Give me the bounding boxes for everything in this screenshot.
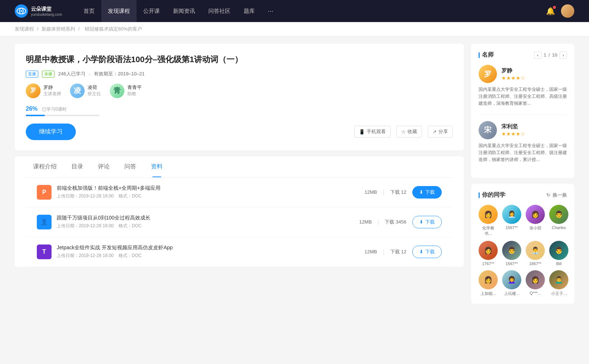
logo[interactable]: 云朵课堂 yunduoketang.com [15, 4, 62, 18]
teacher-2: 凌 凌荷 班主任 [70, 83, 101, 98]
classmate-6[interactable]: 👨 1567** [502, 241, 521, 266]
classmate-4-name: Charles [552, 225, 566, 230]
resource-right-2: 12MB | 下载 3456 ⬇ 下载 [359, 216, 442, 228]
resource-size-1: 12MB [364, 189, 377, 195]
share-button[interactable]: ↗ 分享 [428, 126, 453, 138]
logo-url: yunduoketang.com [31, 13, 62, 17]
classmate-3[interactable]: 👩 张小田 [526, 205, 545, 236]
phone-watch-button[interactable]: 📱 手机观看 [354, 126, 391, 138]
nav-discover[interactable]: 发现课程 [101, 0, 137, 22]
continue-button[interactable]: 继续学习 [26, 124, 76, 140]
collect-button[interactable]: ☆ 收藏 [396, 126, 422, 138]
bell-icon[interactable]: 🔔 [546, 7, 555, 15]
famous-teacher-1-name: 罗静 [501, 67, 567, 74]
tab-resources[interactable]: 资料 [144, 156, 170, 177]
progress-sub: 已学习0课时 [42, 107, 67, 112]
classmate-9[interactable]: 👩 上加能... [479, 270, 498, 296]
famous-teacher-2-avatar: 宋 [479, 121, 497, 139]
classmate-10-name: 上玩楼... [504, 291, 519, 296]
teacher-1-role: 主讲老师 [43, 91, 61, 97]
classmate-8-avatar: 👨 [549, 241, 568, 260]
classmate-12-name: 小王子... [551, 291, 567, 296]
classmate-11[interactable]: 👩 Q***... [526, 270, 545, 296]
resource-icon-3: T [37, 245, 52, 259]
classmate-1[interactable]: 👩 化学教书... [479, 205, 498, 236]
meta-dot: · [89, 71, 91, 77]
progress-pct: 26% [26, 106, 38, 112]
resource-size-2: 12MB [359, 219, 372, 225]
classmate-10[interactable]: 👩‍🦱 上玩楼... [502, 270, 521, 296]
page-total: 10 [552, 52, 557, 58]
resource-icon-2: 👤 [37, 215, 52, 229]
logo-name: 云朵课堂 [31, 6, 62, 13]
nav-qa[interactable]: 问答社区 [202, 0, 237, 22]
classmate-5[interactable]: 👩 1767** [479, 241, 498, 266]
main-nav: 首页 发现课程 公开课 新闻资讯 问答社区 题库 ··· [77, 0, 546, 22]
famous-teacher-2-stars: ★★★★☆ [501, 131, 567, 137]
breadcrumb-discover[interactable]: 发现课程 [15, 26, 34, 32]
tab-review[interactable]: 评论 [91, 156, 117, 177]
next-page-button[interactable]: › [560, 51, 567, 59]
teacher-divider [479, 115, 567, 115]
classmate-11-name: Q***... [530, 291, 541, 295]
nav-home[interactable]: 首页 [77, 0, 101, 22]
header: 云朵课堂 yunduoketang.com 首页 发现课程 公开课 新闻资讯 问… [0, 0, 589, 22]
classmate-10-avatar: 👩‍🦱 [502, 270, 521, 289]
resource-right-1: 12MB | 下载 12 ⬇ 下载 [364, 186, 442, 199]
teacher-3-avatar: 青 [110, 83, 124, 98]
nav-quiz[interactable]: 题库 [237, 0, 261, 22]
course-tabs: 课程介绍 目录 评论 问答 资料 [26, 156, 453, 178]
tab-qa[interactable]: 问答 [117, 156, 144, 177]
course-meta: 直播 录播 246人已学习 · 有效期至：2019–10–21 [26, 71, 453, 78]
classmate-8[interactable]: 👨 Bill [549, 241, 568, 266]
classmate-12[interactable]: 👨‍🦱 小王子... [549, 270, 568, 296]
course-actions: 继续学习 📱 手机观看 ☆ 收藏 ↗ 分享 [26, 124, 453, 140]
page-current: 1 [544, 52, 546, 58]
breadcrumb-series[interactable]: 新媒体营销系列 [42, 26, 75, 32]
tabs-card: 课程介绍 目录 评论 问答 资料 P 前端全栈加强版！前端全栈+全周期+多端应用… [15, 156, 464, 267]
classmate-7[interactable]: 👨‍💼 1867** [526, 241, 545, 266]
classmate-4-avatar: 👨 [549, 205, 568, 224]
badge-record: 录播 [42, 71, 54, 78]
teacher-3-name: 青青平 [127, 84, 142, 91]
breadcrumb-current: 销冠修炼术搞定80%的客户 [85, 26, 142, 32]
classmate-2-avatar: 👩‍💼 [502, 205, 521, 224]
pagination: ‹ 1 / 10 › [534, 51, 567, 59]
download-button-1[interactable]: ⬇ 下载 [412, 186, 442, 199]
classmate-5-avatar: 👩 [479, 241, 498, 260]
tab-catalog[interactable]: 目录 [64, 156, 91, 177]
resource-right-3: 12MB | 下载 12 ⬇ 下载 [364, 246, 442, 258]
download-label-2: 下载 [425, 219, 435, 225]
famous-teacher-1-stars: ★★★★☆ [501, 75, 567, 81]
download-icon-1: ⬇ [419, 189, 423, 195]
classmates-refresh[interactable]: ↻ 换一换 [546, 192, 567, 199]
download-icon-2: ⬇ [419, 219, 423, 225]
nav-more[interactable]: ··· [261, 0, 280, 22]
action-buttons: 📱 手机观看 ☆ 收藏 ↗ 分享 [354, 126, 453, 138]
classmate-2[interactable]: 👩‍💼 1567** [502, 205, 521, 236]
nav-open[interactable]: 公开课 [137, 0, 166, 22]
classmate-7-name: 1867** [529, 261, 541, 266]
prev-page-button[interactable]: ‹ [534, 51, 542, 59]
famous-teacher-2-name: 宋利坚 [501, 123, 567, 130]
tab-intro[interactable]: 课程介绍 [26, 156, 64, 177]
progress-bar-fill [26, 115, 45, 116]
resource-icon-label-2: 👤 [40, 218, 48, 225]
nav-news[interactable]: 新闻资讯 [166, 0, 202, 22]
teacher-pagination: ‹ 1 / 10 › [534, 51, 567, 59]
header-right: 🔔 [546, 4, 574, 18]
user-avatar[interactable] [561, 4, 574, 18]
classmate-9-avatar: 👩 [479, 270, 498, 289]
download-button-2[interactable]: ⬇ 下载 [412, 216, 442, 228]
teachers-list: 罗 罗静 主讲老师 凌 凌荷 班主任 [26, 83, 453, 98]
download-button-3[interactable]: ⬇ 下载 [412, 246, 442, 258]
famous-teacher-2-header: 宋 宋利坚 ★★★★☆ [479, 121, 567, 139]
notification-dot [553, 6, 556, 9]
famous-teachers-card: 名师 ‹ 1 / 10 › 罗 [471, 44, 574, 178]
famous-teacher-1-details: 罗静 ★★★★☆ [501, 67, 567, 81]
teacher-2-name: 凌荷 [88, 84, 101, 91]
classmate-4[interactable]: 👨 Charles [549, 205, 568, 236]
teacher-2-role: 班主任 [88, 91, 101, 97]
refresh-label: 换一换 [553, 192, 567, 199]
refresh-icon: ↻ [546, 192, 550, 198]
